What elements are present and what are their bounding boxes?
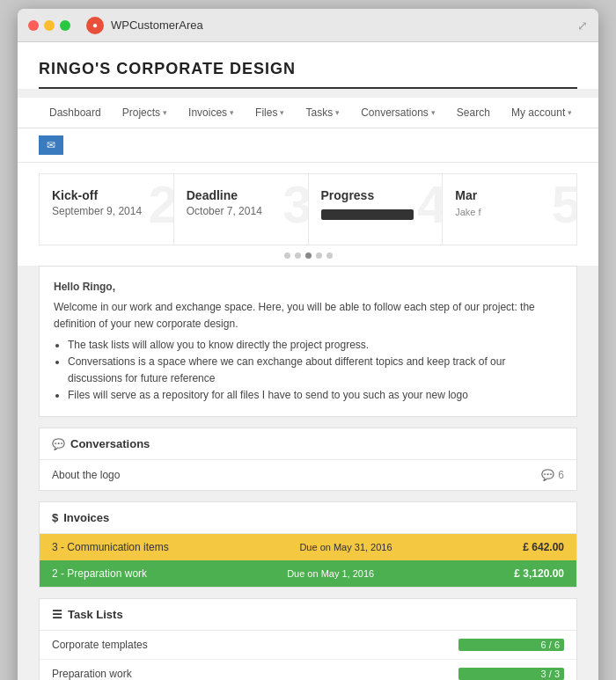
invoice-amount-1: £ 642.00 [523,541,564,553]
progress-bar [321,209,414,220]
conversation-row[interactable]: About the logo 💬 6 [40,460,576,490]
conversation-count: 💬 6 [541,469,564,481]
card-progress-label: Progress [321,188,430,202]
task-progress-1: 6 / 6 [458,639,564,651]
icon-bar: ✉ [18,128,598,163]
card-deadline: 3 Deadline October 7, 2014 [174,174,309,245]
bullet-1: The task lists will allow you to know di… [68,337,562,354]
dot-2[interactable] [295,252,301,259]
invoices-header: Invoices [40,502,576,534]
conversations-section: Conversations About the logo 💬 6 [39,428,577,491]
nav-myaccount[interactable]: My account ▾ [501,98,583,128]
invoice-label-2: 2 - Preparation work [52,567,147,580]
welcome-section: Hello Ringo, Welcome in our work and exc… [39,266,577,417]
dot-5[interactable] [326,252,333,259]
chevron-down-icon: ▾ [163,108,167,117]
card-kickoff: 2 Kick-off September 9, 2014 [40,174,174,245]
dot-4[interactable] [316,252,322,259]
tasklists-section: Task Lists Corporate templates 6 / 6 Pre… [39,598,577,680]
invoices-section: Invoices 3 - Communication items Due on … [39,501,577,588]
nav-conversations[interactable]: Conversations ▾ [350,98,446,128]
tasklists-header: Task Lists [40,599,576,631]
titlebar: ● WPCustomerArea ⤢ [18,9,598,42]
nav-files[interactable]: Files ▾ [245,98,295,128]
traffic-lights [28,20,70,31]
chevron-down-icon: ▾ [431,108,436,117]
nav-tasks[interactable]: Tasks ▾ [295,98,350,128]
invoice-amount-2: £ 3,120.00 [514,567,564,580]
progress-label-1: 6 / 6 [541,640,560,650]
chevron-down-icon: ▾ [230,108,234,117]
bullet-2: Conversations is a space where we can ex… [68,354,562,387]
invoice-row-2[interactable]: 2 - Preparation work Due on May 1, 2016 … [40,560,576,587]
chat-count-icon: 💬 [541,469,554,481]
mail-icon[interactable]: ✉ [39,135,63,155]
page-content: RINGO'S CORPORATE DESIGN [18,42,598,89]
dot-1[interactable] [284,252,290,259]
invoice-row-1[interactable]: 3 - Communication items Due on May 31, 2… [40,534,576,560]
progress-label-2: 3 / 3 [541,669,560,679]
progress-bar-2: 3 / 3 [458,668,564,680]
card-person: 5 Mar Jake f [443,174,576,245]
task-progress-2: 3 / 3 [458,668,564,680]
nav-dashboard[interactable]: Dashboard [39,98,112,128]
card-deadline-value: October 7, 2014 [187,205,296,217]
invoice-due-1: Due on May 31, 2016 [299,542,392,552]
card-person-value: Jake f [455,207,564,217]
maximize-button[interactable] [60,20,70,31]
card-deadline-label: Deadline [187,188,296,202]
expand-icon[interactable]: ⤢ [577,18,588,33]
carousel-dots [39,245,577,266]
app-title: WPCustomerArea [111,18,203,32]
nav-projects[interactable]: Projects ▾ [112,98,178,128]
tasklist-icon [52,608,62,621]
app-window: ● WPCustomerArea ⤢ RINGO'S CORPORATE DES… [18,9,598,680]
cards-row: 2 Kick-off September 9, 2014 3 Deadline … [39,173,577,245]
page-title: RINGO'S CORPORATE DESIGN [39,60,577,89]
chevron-down-icon: ▾ [280,108,284,117]
card-kickoff-label: Kick-off [52,188,161,202]
chevron-down-icon: ▾ [568,108,572,117]
welcome-intro: Welcome in our work and exchange space. … [54,299,562,333]
welcome-greeting: Hello Ringo, [54,279,562,296]
card-kickoff-value: September 9, 2014 [52,205,161,217]
task-label-1: Corporate templates [52,639,148,651]
chevron-down-icon: ▾ [335,108,340,117]
conversations-header: Conversations [40,428,576,460]
conversation-label: About the logo [52,469,120,481]
cards-section: 2 Kick-off September 9, 2014 3 Deadline … [18,163,598,266]
dot-3[interactable] [305,252,312,259]
close-button[interactable] [28,20,39,31]
progress-bar-1: 6 / 6 [458,639,564,651]
welcome-bullets: The task lists will allow you to know di… [68,337,562,405]
card-person-label: Mar [455,188,564,202]
bullet-3: Files will serve as a repository for all… [68,387,562,404]
dollar-icon [52,511,58,524]
card-progress: 4 Progress [309,174,444,245]
invoice-due-2: Due on May 1, 2016 [287,568,374,579]
task-row-1[interactable]: Corporate templates 6 / 6 [40,631,576,660]
invoice-label-1: 3 - Communication items [52,541,169,553]
nav-invoices[interactable]: Invoices ▾ [178,98,245,128]
app-icon: ● [86,17,104,34]
nav-search[interactable]: Search [446,98,501,128]
minimize-button[interactable] [44,20,55,31]
chat-icon [52,437,65,450]
task-label-2: Preparation work [52,668,132,680]
nav-bar: Dashboard Projects ▾ Invoices ▾ Files ▾ … [18,98,598,128]
task-row-2[interactable]: Preparation work 3 / 3 [40,660,576,680]
